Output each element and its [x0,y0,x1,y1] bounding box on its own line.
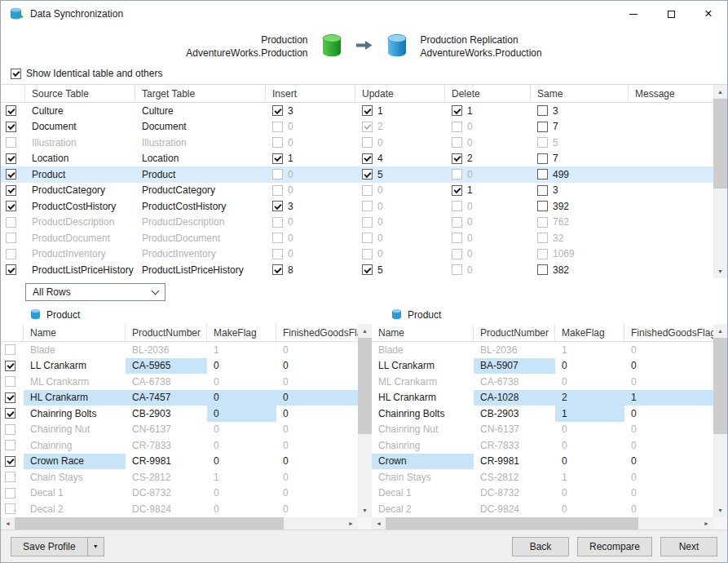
update-checkbox[interactable] [362,264,373,275]
target-grid-hscrollbar[interactable]: ◄ ► [372,517,713,530]
same-checkbox[interactable] [537,105,548,116]
row-select-checkbox[interactable] [5,456,15,467]
row-select-checkbox[interactable] [5,344,15,355]
scrollbar-track[interactable] [386,517,699,530]
delete-checkbox[interactable] [452,217,462,228]
select-all-header[interactable] [1,85,25,102]
delete-checkbox[interactable] [452,169,462,180]
scroll-left-icon[interactable]: ◄ [1,517,15,530]
row-select-checkbox[interactable] [5,503,15,514]
same-checkbox[interactable] [537,264,548,275]
scroll-right-icon[interactable]: ► [699,517,713,530]
table-row[interactable]: ProductCategoryProductCategory0013 [1,183,713,199]
update-checkbox[interactable] [362,169,373,180]
column-header[interactable]: Message [629,85,713,102]
column-header[interactable]: Delete [445,85,531,102]
same-checkbox[interactable] [537,201,548,211]
row-select-checkbox[interactable] [6,122,16,132]
same-checkbox[interactable] [537,137,548,148]
save-profile-dropdown-button[interactable]: ▼ [87,537,104,556]
data-row[interactable]: BladeBL-203610 [372,342,713,358]
row-select-checkbox[interactable] [6,233,16,243]
minimize-button[interactable] [615,1,652,27]
rows-filter-dropdown[interactable]: All Rows [25,283,165,301]
table-row[interactable]: IllustrationIllustration0005 [1,135,713,151]
scroll-left-icon[interactable]: ◄ [372,517,386,530]
update-checkbox[interactable] [362,233,373,243]
data-row[interactable]: ML CrankarmCA-673800 [1,374,358,390]
same-checkbox[interactable] [537,185,548,196]
recompare-button[interactable]: Recompare [577,537,652,556]
data-row[interactable]: LL CrankarmBA-590700 [372,358,713,375]
delete-checkbox[interactable] [452,264,462,275]
insert-checkbox[interactable] [272,264,283,275]
data-row[interactable]: Chainring BoltsCB-290310 [372,406,713,422]
data-row[interactable]: Decal 1DC-873200 [1,485,358,502]
column-header[interactable]: MakeFlag [207,324,276,341]
scroll-up-icon[interactable]: ▲ [358,324,372,338]
scrollbar-thumb[interactable] [15,517,284,530]
row-select-checkbox[interactable] [6,217,16,228]
delete-checkbox[interactable] [452,122,462,132]
row-select-checkbox[interactable] [6,185,16,196]
data-row[interactable]: Crown RaceCR-998100 [1,454,358,470]
data-row[interactable]: Chain StaysCS-281210 [372,469,713,485]
column-header[interactable]: ProductNumber [474,324,555,341]
row-select-checkbox[interactable] [5,472,15,482]
delete-checkbox[interactable] [452,249,462,259]
same-checkbox[interactable] [537,122,548,132]
data-row[interactable]: Chainring BoltsCB-290300 [1,406,358,422]
row-select-checkbox[interactable] [5,440,15,450]
insert-checkbox[interactable] [272,137,283,148]
scroll-up-icon[interactable]: ▲ [713,324,727,338]
table-row[interactable]: CultureCulture3113 [1,103,713,119]
delete-checkbox[interactable] [452,201,462,211]
show-identical-checkbox[interactable] [11,69,21,79]
row-select-checkbox[interactable] [5,424,15,435]
data-row[interactable]: ChainringCR-783300 [372,437,713,454]
delete-checkbox[interactable] [452,137,462,148]
insert-checkbox[interactable] [272,169,283,180]
table-row[interactable]: ProductDocumentProductDocument00032 [1,230,713,246]
scrollbar-thumb[interactable] [713,338,727,434]
same-checkbox[interactable] [537,153,548,164]
delete-checkbox[interactable] [452,153,462,164]
data-row[interactable]: Decal 2DC-982400 [1,501,358,517]
update-checkbox[interactable] [362,137,373,148]
data-row[interactable]: Chainring NutCN-613700 [372,422,713,438]
table-row[interactable]: ProductCostHistoryProductCostHistory3003… [1,198,713,215]
same-checkbox[interactable] [537,233,548,243]
insert-checkbox[interactable] [272,185,283,196]
data-row[interactable]: ChainringCR-783300 [1,437,358,454]
row-select-checkbox[interactable] [5,392,15,403]
update-checkbox[interactable] [362,201,373,211]
insert-checkbox[interactable] [272,217,283,228]
scrollbar-track[interactable] [358,338,372,503]
column-header[interactable]: Update [355,85,445,102]
table-row[interactable]: ProductProduct050499 [1,166,713,183]
table-row[interactable]: LocationLocation1427 [1,151,713,167]
insert-checkbox[interactable] [272,201,283,211]
column-header[interactable]: Name [24,324,126,341]
update-checkbox[interactable] [362,217,373,228]
column-header[interactable]: Source Table [25,85,135,102]
insert-checkbox[interactable] [272,105,283,116]
row-select-checkbox[interactable] [6,137,16,148]
same-checkbox[interactable] [537,217,548,228]
row-select-checkbox[interactable] [6,153,16,164]
data-row[interactable]: Chainring NutCN-613700 [1,422,358,438]
data-row[interactable]: HL CrankarmCA-102821 [372,390,713,406]
update-checkbox[interactable] [362,122,373,132]
update-checkbox[interactable] [362,153,373,164]
table-row[interactable]: DocumentDocument0207 [1,119,713,135]
column-header[interactable]: MakeFlag [555,324,624,341]
column-header[interactable]: Target Table [135,85,266,102]
row-select-checkbox[interactable] [6,249,16,259]
data-row[interactable]: CrownCR-998100 [372,454,713,470]
tables-grid-vscrollbar[interactable]: ▲ ▼ [713,85,727,278]
same-checkbox[interactable] [537,249,548,259]
row-select-checkbox[interactable] [6,105,16,116]
save-profile-button[interactable]: Save Profile [11,537,87,556]
scrollbar-thumb[interactable] [713,99,727,188]
scroll-right-icon[interactable]: ► [344,517,358,530]
